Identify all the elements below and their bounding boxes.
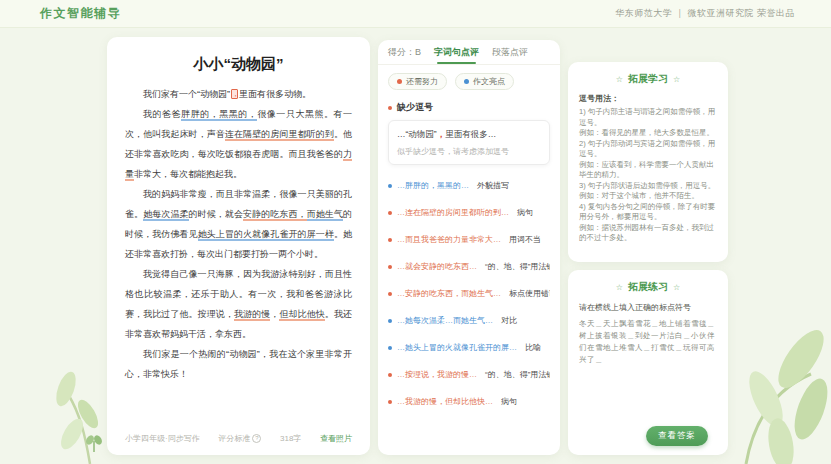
review-snippet: …而且我爸爸的力量非常大… [397,234,501,245]
essay-text: 的时候，就会 [189,209,244,219]
expanded-review-item[interactable]: 缺少逗号 …“动物园”，里面有很多… 似乎缺少逗号，请考虑添加逗号 [378,94,560,167]
essay-body: 我们家有一个“动物园”，里面有很多动物。我的爸爸胖胖的，黑黑的，很像一只大黑熊。… [125,84,352,384]
essay-text: 我的爸爸 [143,109,181,119]
review-snippet: …胖胖的，黑黑的… [397,180,469,191]
rule-example: 例如：对于这个城市，他并不陌生。 [579,191,717,202]
review-item[interactable]: …按理说，我游的慢…“的、地、得”用法错误 [388,361,550,388]
expanded-snippet: …“动物园”，里面有很多… [397,128,541,140]
filter-highlights[interactable]: 作文亮点 [455,73,514,90]
review-item[interactable]: …胖胖的，黑黑的…外貌描写 [388,172,550,199]
essay-panel: 小小“动物园” 我们家有一个“动物园”，里面有很多动物。我的爸爸胖胖的，黑黑的，… [107,37,370,455]
issue-dot-icon [397,79,402,84]
essay-annotation-good[interactable]: 她每次温柔 [143,209,188,221]
essay-paragraph: 我的爸爸胖胖的，黑黑的，很像一只大黑熊。有一次，他叫我起床时，声音连在隔壁的房间… [125,104,352,184]
essay-annotation-good[interactable]: 她头上冒的火就像孔雀开的屏一样 [198,229,334,241]
essay-annotation-good[interactable]: 胖胖的，黑黑的， [181,109,257,121]
snippet-text: 里面有很多… [445,129,496,139]
view-answer-button[interactable]: 查看答案 [646,426,708,446]
rubric-label: 评分标准 [218,433,250,444]
app-title: 作文智能辅导 [40,5,121,22]
review-item[interactable]: …我游的慢，但却比他快…病句 [388,388,550,415]
essay-title: 小小“动物园” [125,55,352,74]
rule-text: 1) 句子内部主语与谓语之间如需停顿，用逗号。 [579,107,717,128]
essay-annotation-issue[interactable]: 吃东西， [270,209,306,221]
extend-learning-panel: ☆ 拓展学习 ☆ 逗号用法： 1) 句子内部主语与谓语之间如需停顿，用逗号。例如… [568,62,728,262]
review-snippet: …连在隔壁的房间里都听的到… [397,207,509,218]
plant-decoration-bottom-right [716,279,831,464]
review-snippet: …安静的吃东西，而她生气… [397,288,501,299]
expanded-item-label: 缺少逗号 [397,101,433,114]
essay-annotation-issue[interactable]: 连在隔壁的房间里都听的到 [225,129,334,141]
rule-example: 例如：看得见的星星，绝大多数是恒星。 [579,128,717,139]
extend-practice-title: 拓展练习 [628,280,668,294]
credits-text: 华东师范大学 ｜ 微软亚洲研究院 荣誉出品 [615,7,795,20]
review-item[interactable]: …她头上冒的火就像孔雀开的屏…比喻 [388,334,550,361]
practice-exercise-text: 冬天＿天上飘着雪花＿地上铺着雪毯＿树上披着银装＿到处一片洁白＿小伙伴们在雪地上堆… [579,318,717,366]
view-photo-link[interactable]: 查看照片 [320,433,352,444]
learn-subtitle: 逗号用法： [579,93,717,104]
review-tag: 用词不当 [509,234,541,245]
filter-label: 还需努力 [406,76,438,87]
tab-paragraph-comments[interactable]: 段落点评 [492,40,528,64]
grade-label: 小学四年级·同步写作 [125,433,200,444]
review-item[interactable]: …她每次温柔…而她生气…对比 [388,307,550,334]
bullet-icon [388,373,392,377]
sprout-decoration [84,434,104,452]
review-tag: “的、地、得”用法错误 [485,369,550,380]
rule-example: 例如：据说苏州园林有一百多处，我到过的不过十多处。 [579,223,717,244]
essay-annotation-issue[interactable]: 我游的慢 [234,309,270,321]
essay-paragraph: 我们家有一个“动物园”，里面有很多动物。 [125,84,352,104]
rubric-link[interactable]: 评分标准 ? [218,433,261,444]
essay-annotation-issue[interactable]: 安静的 [243,209,270,221]
top-bar: 作文智能辅导 华东师范大学 ｜ 微软亚洲研究院 荣誉出品 [0,0,831,28]
review-tag: 比喻 [525,342,541,353]
extend-learning-header: ☆ 拓展学习 ☆ [579,72,717,86]
star-icon: ☆ [616,283,623,292]
tab-score[interactable]: 得分：B [388,40,421,64]
star-icon: ☆ [673,75,680,84]
bullet-icon [388,106,392,110]
extend-practice-panel: ☆ 拓展练习 ☆ 请在横线上填入正确的标点符号 冬天＿天上飘着雪花＿地上铺着雪毯… [568,270,728,455]
bullet-icon [388,292,392,296]
review-item[interactable]: …连在隔壁的房间里都听的到…病句 [388,199,550,226]
review-item[interactable]: …安静的吃东西，而她生气…标点使用错误 [388,280,550,307]
bullet-icon [388,211,392,215]
essay-annotation-insert[interactable]: ， [231,89,238,99]
bullet-icon [388,346,392,350]
review-tag: 病句 [517,207,533,218]
review-tabs: 得分：B 字词句点评 段落点评 [378,40,560,65]
essay-paragraph: 我们家是一个热闹的“动物园”，我在这个家里非常开心，非常快乐！ [125,344,352,384]
review-snippet: …我游的慢，但却比他快… [397,396,493,407]
review-snippet: …按理说，我游的慢… [397,369,477,380]
filter-needs-work[interactable]: 还需努力 [388,73,447,90]
essay-paragraph: 我觉得自己像一只海豚，因为我游泳特别好，而且性格也比较温柔，还乐于助人。有一次，… [125,264,352,344]
review-list: …胖胖的，黑黑的…外貌描写…连在隔壁的房间里都听的到…病句…而且我爸爸的力量非常… [378,167,560,420]
essay-annotation-good[interactable]: 而她生气 [307,209,343,221]
expanded-item-head: 缺少逗号 [388,101,550,114]
review-tag: 对比 [501,315,517,326]
review-tag: 标点使用错误 [509,288,550,299]
snippet-text: …“动物园” [397,129,437,139]
review-snippet: …她头上冒的火就像孔雀开的屏… [397,342,517,353]
practice-instruction: 请在横线上填入正确的标点符号 [579,302,717,313]
review-tag: 病句 [501,396,517,407]
review-tag: “的、地、得”用法错误 [485,261,550,272]
bullet-icon [388,184,392,188]
star-icon: ☆ [673,283,680,292]
review-snippet: …就会安静的吃东西… [397,261,477,272]
bullet-icon [388,265,392,269]
review-panel: 得分：B 字词句点评 段落点评 还需努力 作文亮点 缺少逗号 …“动物园”，里面… [378,40,560,455]
rule-text: 4) 复句内各分句之间的停顿，除了有时要用分号外，都要用逗号。 [579,202,717,223]
bullet-icon [388,400,392,404]
tab-sentence-comments[interactable]: 字词句点评 [434,40,479,64]
review-snippet: …她每次温柔…而她生气… [397,315,493,326]
info-icon: ? [252,434,261,443]
bullet-icon [388,238,392,242]
essay-text: 里面有很多动物。 [239,89,311,99]
review-item[interactable]: …而且我爸爸的力量非常大…用词不当 [388,226,550,253]
essay-annotation-issue[interactable]: 但却比他快 [279,309,324,321]
review-item[interactable]: …就会安静的吃东西…“的、地、得”用法错误 [388,253,550,280]
essay-footer: 小学四年级·同步写作 评分标准 ? 318字 查看照片 [125,433,352,444]
star-icon: ☆ [616,75,623,84]
essay-text: 非常大，每次都能抱起我。 [134,169,242,179]
